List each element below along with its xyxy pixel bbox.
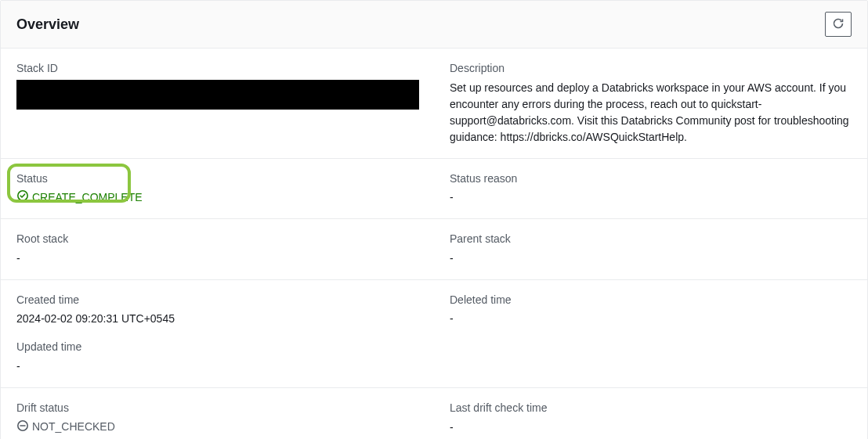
stack-id-label: Stack ID xyxy=(16,61,418,77)
drift-status-cell: Drift status NOT_CHECKED xyxy=(1,388,434,439)
parent-stack-cell: Parent stack - xyxy=(434,219,867,279)
page-title: Overview xyxy=(16,16,79,33)
deleted-time-value: - xyxy=(450,311,852,327)
row-root-parent: Root stack - Parent stack - xyxy=(1,219,867,280)
refresh-button[interactable] xyxy=(825,12,852,37)
drift-status-label: Drift status xyxy=(16,401,418,416)
row-times: Created time 2024-02-02 09:20:31 UTC+054… xyxy=(1,280,867,388)
deleted-time-label: Deleted time xyxy=(450,293,852,308)
status-value-line: CREATE_COMPLETE xyxy=(16,189,143,204)
updated-time-value: - xyxy=(16,358,418,375)
minus-circle-icon xyxy=(16,419,29,434)
parent-stack-value: - xyxy=(450,250,852,267)
row-stackid-description: Stack ID Description Set up resources an… xyxy=(1,49,867,159)
deleted-time-cell: Deleted time - xyxy=(434,280,867,387)
created-updated-cell: Created time 2024-02-02 09:20:31 UTC+054… xyxy=(1,280,434,387)
status-label: Status xyxy=(16,171,418,187)
status-value: CREATE_COMPLETE xyxy=(32,191,143,203)
status-cell: Status CREATE_COMPLETE xyxy=(1,159,434,219)
panel-header: Overview xyxy=(1,1,867,49)
drift-status-value: NOT_CHECKED xyxy=(32,420,115,433)
check-circle-icon xyxy=(16,189,29,204)
root-stack-cell: Root stack - xyxy=(1,219,434,279)
row-drift: Drift status NOT_CHECKED Last drift chec… xyxy=(1,388,867,439)
status-reason-cell: Status reason - xyxy=(434,159,867,219)
last-drift-check-value: - xyxy=(450,419,852,436)
overview-panel: Overview Stack ID Description Set up res… xyxy=(0,0,868,439)
status-reason-value: - xyxy=(450,189,852,206)
status-reason-label: Status reason xyxy=(450,171,852,187)
root-stack-label: Root stack xyxy=(16,232,418,247)
root-stack-value: - xyxy=(16,250,418,267)
created-time-value: 2024-02-02 09:20:31 UTC+0545 xyxy=(16,311,418,327)
last-drift-check-label: Last drift check time xyxy=(450,401,852,416)
updated-time-label: Updated time xyxy=(16,340,418,355)
row-status: Status CREATE_COMPLETE Status reason - xyxy=(1,159,867,220)
parent-stack-label: Parent stack xyxy=(450,232,852,247)
drift-status-line: NOT_CHECKED xyxy=(16,419,115,434)
panel-body: Stack ID Description Set up resources an… xyxy=(1,49,867,439)
stack-id-cell: Stack ID xyxy=(1,49,434,158)
created-time-label: Created time xyxy=(16,293,418,308)
last-drift-check-cell: Last drift check time - xyxy=(434,388,867,439)
refresh-icon xyxy=(832,17,844,32)
stack-id-redacted xyxy=(16,80,419,110)
description-cell: Description Set up resources and deploy … xyxy=(434,49,867,158)
description-value: Set up resources and deploy a Databricks… xyxy=(450,80,852,146)
description-label: Description xyxy=(450,61,852,77)
